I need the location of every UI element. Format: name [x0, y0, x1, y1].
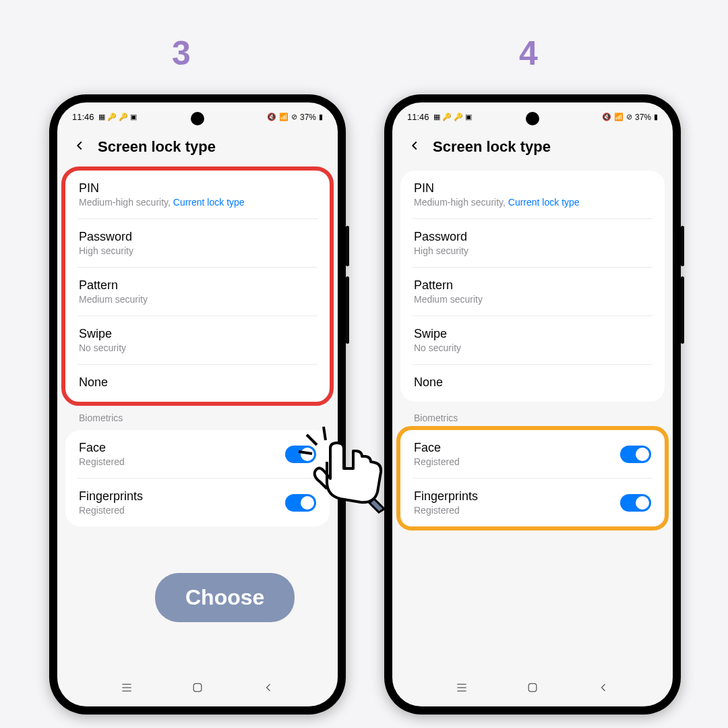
item-subtitle: No security: [414, 342, 651, 353]
item-title: PIN: [79, 181, 316, 195]
item-subtitle: Medium security: [79, 294, 316, 305]
face-toggle[interactable]: [620, 446, 651, 463]
home-icon[interactable]: [191, 681, 204, 697]
biometrics-card: Face Registered Fingerprints Registered: [65, 430, 330, 526]
no-signal-icon: ⊘: [626, 113, 632, 121]
lock-type-pin[interactable]: PIN Medium-high security, Current lock t…: [413, 171, 653, 219]
item-title: Pattern: [79, 278, 316, 293]
wifi-icon: 📶: [614, 113, 624, 121]
item-title: Face: [79, 441, 285, 455]
mute-icon: 🔇: [267, 113, 276, 121]
svg-rect-0: [193, 684, 202, 692]
item-subtitle: Registered: [414, 505, 620, 516]
lock-type-pin[interactable]: PIN Medium-high security, Current lock t…: [78, 171, 317, 219]
item-subtitle: Registered: [414, 456, 620, 467]
volume-button: [346, 226, 349, 266]
wifi-icon: 📶: [279, 113, 289, 121]
item-title: Pattern: [414, 278, 651, 293]
item-subtitle: High security: [79, 245, 316, 256]
phone-mockup-right: 11:46 ▦ 🔑 🔑 ▣ 🔇 📶 ⊘ 37% ▮ Screen lock: [384, 94, 681, 715]
item-title: Password: [79, 230, 316, 244]
biometric-face[interactable]: Face Registered: [413, 430, 653, 479]
mute-icon: 🔇: [602, 113, 611, 121]
svg-line-3: [324, 427, 326, 440]
status-time: 11:46: [72, 112, 94, 122]
step-number-3: 3: [172, 34, 191, 73]
choose-annotation: Choose: [155, 573, 295, 622]
item-title: Fingerprints: [414, 489, 620, 504]
key-icon-2: 🔑: [119, 113, 128, 121]
svg-line-4: [299, 452, 312, 454]
back-icon[interactable]: [72, 138, 87, 156]
calendar-icon: ▦: [98, 113, 105, 121]
item-subtitle: No security: [79, 342, 316, 353]
biometric-fingerprints[interactable]: Fingerprints Registered: [78, 479, 317, 526]
pointer-hand-icon: [293, 421, 388, 525]
svg-rect-1: [528, 684, 537, 692]
lock-type-pattern[interactable]: Pattern Medium security: [413, 268, 653, 316]
item-subtitle: Registered: [79, 456, 285, 467]
image-icon: ▣: [130, 113, 137, 121]
lock-type-none[interactable]: None: [413, 365, 653, 402]
status-time: 11:46: [407, 112, 429, 122]
phone-screen: 11:46 ▦ 🔑 🔑 ▣ 🔇 📶 ⊘ 37% ▮ Screen lock: [392, 102, 673, 706]
lock-type-none[interactable]: None: [78, 365, 317, 402]
page-title: Screen lock type: [98, 138, 216, 156]
calendar-icon: ▦: [433, 113, 440, 121]
biometric-fingerprints[interactable]: Fingerprints Registered: [413, 479, 653, 526]
nav-bar: [392, 681, 673, 697]
key-icon-2: 🔑: [454, 113, 463, 121]
front-camera: [191, 112, 204, 125]
battery-icon: ▮: [654, 113, 658, 121]
biometrics-label: Biometrics: [65, 413, 330, 430]
svg-line-2: [307, 435, 317, 445]
lock-type-password[interactable]: Password High security: [413, 219, 653, 268]
item-subtitle: High security: [414, 245, 651, 256]
lock-types-card: PIN Medium-high security, Current lock t…: [400, 171, 665, 402]
front-camera: [526, 112, 539, 125]
biometric-face[interactable]: Face Registered: [78, 430, 317, 479]
item-title: None: [414, 375, 651, 390]
battery-percent: 37%: [300, 113, 316, 122]
item-title: None: [79, 375, 316, 390]
biometrics-card: Face Registered Fingerprints Registered: [400, 430, 665, 526]
battery-icon: ▮: [319, 113, 323, 121]
lock-type-password[interactable]: Password High security: [78, 219, 317, 268]
lock-type-pattern[interactable]: Pattern Medium security: [78, 268, 317, 316]
volume-button: [681, 226, 684, 266]
item-title: Face: [414, 441, 620, 455]
item-title: Swipe: [414, 327, 651, 341]
no-signal-icon: ⊘: [291, 113, 297, 121]
recents-icon[interactable]: [455, 681, 468, 697]
item-subtitle: Medium-high security, Current lock type: [79, 197, 316, 208]
page-header: Screen lock type: [392, 126, 673, 171]
page-title: Screen lock type: [433, 138, 551, 156]
nav-bar: [57, 681, 338, 697]
page-header: Screen lock type: [57, 126, 338, 171]
item-title: Password: [414, 230, 651, 244]
lock-type-swipe[interactable]: Swipe No security: [78, 316, 317, 365]
biometrics-label: Biometrics: [400, 413, 665, 430]
item-subtitle: Medium-high security, Current lock type: [414, 197, 651, 208]
item-title: PIN: [414, 181, 651, 195]
lock-types-card: PIN Medium-high security, Current lock t…: [65, 171, 330, 402]
item-title: Fingerprints: [79, 489, 285, 504]
image-icon: ▣: [465, 113, 472, 121]
key-icon: 🔑: [107, 113, 117, 121]
item-subtitle: Medium security: [414, 294, 651, 305]
home-icon[interactable]: [526, 681, 539, 697]
item-title: Swipe: [79, 327, 316, 341]
item-subtitle: Registered: [79, 505, 285, 516]
power-button: [681, 276, 684, 344]
back-icon[interactable]: [407, 138, 422, 156]
lock-type-swipe[interactable]: Swipe No security: [413, 316, 653, 365]
step-number-4: 4: [519, 34, 538, 73]
back-nav-icon[interactable]: [597, 681, 610, 697]
key-icon: 🔑: [442, 113, 452, 121]
fingerprints-toggle[interactable]: [620, 494, 651, 512]
power-button: [346, 276, 349, 344]
back-nav-icon[interactable]: [262, 681, 275, 697]
battery-percent: 37%: [635, 113, 651, 122]
recents-icon[interactable]: [120, 681, 133, 697]
